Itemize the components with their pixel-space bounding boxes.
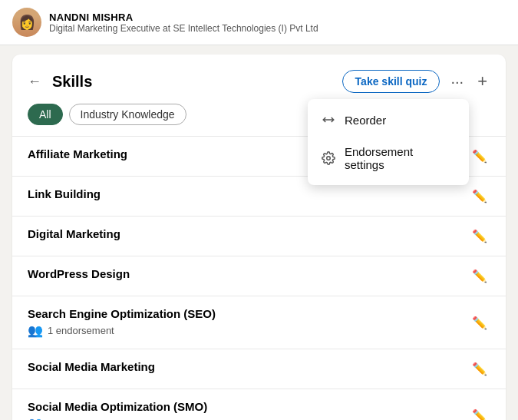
skill-name: Social Media Marketing (28, 360, 463, 373)
edit-skill-button[interactable]: ✏️ (469, 267, 490, 285)
edit-skill-button[interactable]: ✏️ (469, 314, 490, 332)
svg-point-0 (327, 157, 331, 160)
skill-name: Social Media Optimization (SMO) (28, 400, 463, 413)
endorsement-settings-label: Endorsement settings (345, 145, 455, 171)
skill-item-smo: Social Media Optimization (SMO) 👥 1 endo… (12, 389, 506, 420)
endorsement-icon: 👥 (28, 416, 43, 420)
endorsement-count: 1 endorsement (48, 325, 114, 336)
skill-item-wordpress-design: WordPress Design ✏️ (12, 256, 506, 296)
endorsement-icon: 👥 (28, 323, 43, 338)
edit-skill-button[interactable]: ✏️ (469, 187, 490, 205)
skill-content: Search Engine Optimization (SEO) 👥 1 end… (28, 307, 463, 338)
skill-item-digital-marketing: Digital Marketing ✏️ (12, 216, 506, 256)
skill-name: Digital Marketing (28, 227, 463, 240)
profile-title: Digital Marketing Executive at SE Intell… (49, 23, 318, 34)
edit-skill-button[interactable]: ✏️ (469, 407, 490, 421)
edit-skill-button[interactable]: ✏️ (469, 147, 490, 165)
skill-content: Social Media Optimization (SMO) 👥 1 endo… (28, 400, 463, 420)
edit-skill-button[interactable]: ✏️ (469, 360, 490, 378)
profile-header: 👩 NANDNI MISHRA Digital Marketing Execut… (0, 0, 518, 45)
page-title: Skills (52, 73, 335, 91)
endorsement-row: 👥 1 endorsement (28, 323, 463, 338)
filter-all[interactable]: All (28, 104, 63, 125)
filter-industry-knowledge[interactable]: Industry Knowledge (69, 104, 186, 125)
skill-content: Digital Marketing (28, 227, 463, 240)
reorder-label: Reorder (345, 114, 386, 127)
edit-skill-button[interactable]: ✏️ (469, 227, 490, 245)
gear-icon (322, 151, 335, 165)
skill-content: Social Media Marketing (28, 360, 463, 373)
dropdown-menu: Reorder Endorsement settings (308, 99, 469, 185)
endorsement-settings-menu-item[interactable]: Endorsement settings (308, 136, 469, 180)
profile-name: NANDNI MISHRA (49, 12, 318, 23)
reorder-icon (322, 113, 335, 127)
reorder-menu-item[interactable]: Reorder (308, 104, 469, 136)
skill-item-seo: Search Engine Optimization (SEO) 👥 1 end… (12, 296, 506, 349)
profile-info: NANDNI MISHRA Digital Marketing Executiv… (49, 12, 318, 34)
take-skill-quiz-button[interactable]: Take skill quiz (342, 70, 440, 93)
endorsement-row: 👥 1 endorsement (28, 416, 463, 420)
skill-name: WordPress Design (28, 267, 463, 280)
skill-content: Link Building (28, 187, 463, 200)
skills-card: ← Skills Take skill quiz ··· + All Indus… (12, 55, 506, 420)
back-button[interactable]: ← (28, 74, 41, 90)
avatar-image: 👩 (12, 8, 41, 37)
add-skill-button[interactable]: + (474, 68, 490, 94)
more-options-button[interactable]: ··· (447, 70, 467, 94)
skill-name: Search Engine Optimization (SEO) (28, 307, 463, 320)
skill-name: Link Building (28, 187, 463, 200)
skill-item-social-media-marketing: Social Media Marketing ✏️ (12, 349, 506, 389)
avatar: 👩 (12, 8, 41, 37)
skill-content: WordPress Design (28, 267, 463, 280)
skills-header: ← Skills Take skill quiz ··· + (12, 55, 506, 104)
